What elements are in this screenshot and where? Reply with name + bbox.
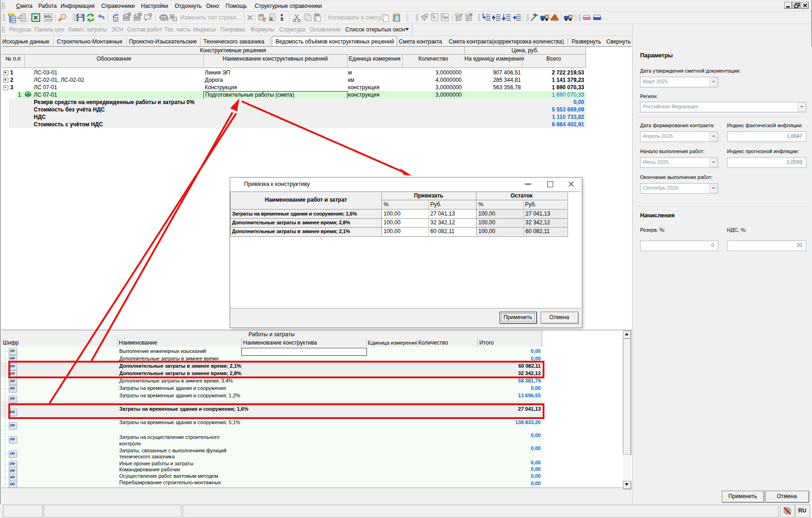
svg-text:ПР: ПР	[442, 16, 448, 20]
svg-text:Копировать в смету: Копировать в смету	[328, 14, 381, 21]
svg-text:Изменить тип строки...: Изменить тип строки...	[180, 14, 241, 21]
svg-text:✕: ✕	[115, 18, 117, 21]
svg-text:PDF: PDF	[45, 14, 51, 18]
svg-text:Р: Р	[433, 16, 436, 20]
